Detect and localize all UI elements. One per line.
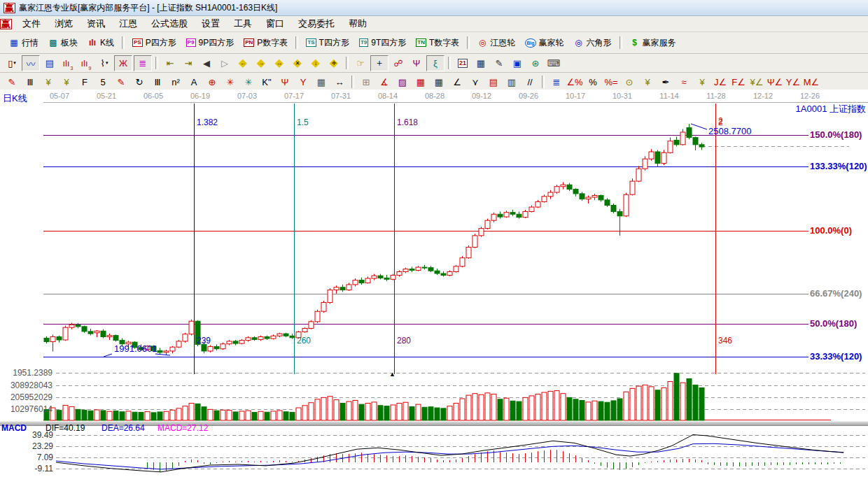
diamond-down-button[interactable]: ◆↓ bbox=[307, 56, 324, 71]
shen-angle-button[interactable]: Ψ∠ bbox=[766, 75, 783, 90]
crosshair-tool-button[interactable]: ＋ bbox=[370, 55, 388, 71]
bars-9-button[interactable]: ılı9 bbox=[78, 56, 94, 71]
si-angle-button[interactable]: M∠ bbox=[803, 75, 820, 90]
chart-area[interactable]: 日K线 1A0001 上证指数 05-0705-2106-0506-1907-0… bbox=[0, 90, 868, 477]
pencil-tool-button[interactable]: ✎ bbox=[4, 75, 20, 90]
grid-dark-2-button[interactable]: ▥ bbox=[503, 75, 520, 90]
menu-item-工具[interactable]: 工具 bbox=[227, 18, 259, 29]
menu-item-文件[interactable]: 文件 bbox=[15, 18, 48, 29]
skip-start-button-button[interactable]: ⇤ bbox=[162, 56, 178, 71]
diamond-hscale-button[interactable]: ◆↔ bbox=[271, 56, 288, 71]
toolbar-item-kline[interactable]: ılıK线 bbox=[83, 34, 119, 51]
percent-tool-button[interactable]: % bbox=[584, 75, 601, 90]
n2-tool-button[interactable]: n² bbox=[167, 75, 184, 90]
toolbar-item-hexagon[interactable]: ◎六角形 bbox=[569, 34, 617, 51]
k-quote-button[interactable]: K" bbox=[258, 75, 275, 90]
pattern-tool-button[interactable]: Ж bbox=[114, 55, 132, 71]
bars-3-button[interactable]: ılı3 bbox=[59, 56, 76, 71]
parallel-lines-button[interactable]: // bbox=[522, 75, 538, 90]
web-teal-button[interactable]: ✳ bbox=[240, 75, 257, 90]
kline-style-dropdown-button[interactable]: ▯▾ bbox=[4, 56, 20, 71]
menu-item-资讯[interactable]: 资讯 bbox=[80, 18, 112, 29]
toolbar-item-sectors[interactable]: ▩板块 bbox=[43, 34, 83, 51]
span-arrows-button[interactable]: ↔ bbox=[331, 75, 348, 90]
gold-line-button[interactable]: ¥ bbox=[639, 75, 656, 90]
menu-item-帮助[interactable]: 帮助 bbox=[342, 18, 374, 29]
zigzag-tool-button[interactable]: 〰 bbox=[22, 55, 40, 71]
fan-purple-icon: ▨ bbox=[398, 77, 407, 87]
workstation-button-button[interactable]: ⌨ bbox=[545, 56, 562, 71]
list-view-button[interactable]: ▤ bbox=[41, 56, 58, 71]
annotation-tool-button[interactable]: Ψ bbox=[408, 56, 425, 71]
toolbar-item-p9-square[interactable]: P99P四方形 bbox=[181, 34, 239, 51]
toolbar-item-t-number-table[interactable]: TNT数字表 bbox=[411, 34, 464, 51]
angle-percent-button[interactable]: ∠% bbox=[566, 75, 583, 90]
menu-item-浏览[interactable]: 浏览 bbox=[48, 18, 80, 29]
time-circle-button[interactable]: ↻ bbox=[131, 75, 148, 90]
diamond-right-button[interactable]: ◆→ bbox=[253, 56, 270, 71]
grid-dark-button[interactable]: ▦ bbox=[430, 75, 447, 90]
gann-gold-1-button[interactable]: ¥ bbox=[40, 75, 57, 90]
prev-button-button[interactable]: ◀ bbox=[198, 56, 215, 71]
toolbar-item-winner-service[interactable]: $赢家服务 bbox=[625, 34, 681, 51]
diamond-close-button[interactable]: ◆✕ bbox=[289, 56, 306, 71]
grid-corner-button[interactable]: ⊞ bbox=[358, 75, 374, 90]
fan-red-button[interactable]: ∡ bbox=[376, 75, 393, 90]
skip-end-button-button[interactable]: ⇥ bbox=[180, 56, 197, 71]
notes-button-button[interactable]: ✎ bbox=[491, 56, 507, 71]
ink-pen-button[interactable]: ✒ bbox=[657, 75, 674, 90]
grid-red-button[interactable]: ▦ bbox=[412, 75, 429, 90]
gann-gold-2-button[interactable]: ¥ bbox=[58, 75, 75, 90]
f-angle-button[interactable]: F∠ bbox=[730, 75, 747, 90]
formula-tool-button[interactable]: ξ bbox=[426, 55, 444, 71]
calendar-button-button[interactable]: 21 bbox=[454, 56, 471, 71]
gold-angle-button[interactable]: ¥∠ bbox=[748, 75, 765, 90]
fan-purple-button[interactable]: ▨ bbox=[394, 75, 411, 90]
position-marker-triangle[interactable]: ▲ bbox=[389, 371, 396, 378]
diamond-vscale-button[interactable]: ◆✛ bbox=[326, 56, 342, 71]
gold-circle-button[interactable]: ⊙ bbox=[621, 75, 638, 90]
target-tool-button[interactable]: ⊕ bbox=[204, 75, 220, 90]
diamond-left-button[interactable]: ◆← bbox=[234, 56, 251, 71]
menu-item-窗口[interactable]: 窗口 bbox=[259, 18, 291, 29]
vee-tool-button[interactable]: ⋎ bbox=[467, 75, 484, 90]
grid-red-2-button[interactable]: ▤ bbox=[485, 75, 502, 90]
zoom-tool-button[interactable]: ☍ bbox=[390, 56, 407, 71]
menu-item-设置[interactable]: 设置 bbox=[195, 18, 227, 29]
calculator-button-button[interactable]: ▦ bbox=[472, 56, 489, 71]
mirror-a-button[interactable]: A bbox=[186, 75, 202, 90]
web-button-button[interactable]: ⊛ bbox=[527, 56, 544, 71]
menu-item-公式选股[interactable]: 公式选股 bbox=[144, 18, 195, 29]
web-red-button[interactable]: ✳ bbox=[222, 75, 239, 90]
ying-angle-button[interactable]: Y∠ bbox=[785, 75, 802, 90]
angle-tool-button[interactable]: ∠ bbox=[449, 75, 465, 90]
j-angle-button[interactable]: J∠ bbox=[712, 75, 729, 90]
gann-f-button[interactable]: F bbox=[76, 75, 93, 90]
next-button-button[interactable]: ▷ bbox=[216, 56, 233, 71]
percent-lines-button[interactable]: %= bbox=[603, 75, 620, 90]
candle-style-dropdown-button[interactable]: ⌇▾ bbox=[96, 56, 113, 71]
gold-underline-button[interactable]: ¥ bbox=[694, 75, 710, 90]
chart-canvas[interactable] bbox=[0, 90, 868, 477]
volume-profile-button[interactable]: ≣ bbox=[134, 55, 152, 71]
toolbar-item-t9-square[interactable]: T99T四方形 bbox=[354, 34, 411, 51]
toolbar-item-market-quotes[interactable]: ▦行情 bbox=[4, 34, 43, 51]
toolbar-item-t-square[interactable]: TST四方形 bbox=[301, 34, 354, 51]
ying-hatch-button[interactable]: Y bbox=[295, 75, 312, 90]
hatch-tool-button[interactable]: Ⅲ bbox=[22, 75, 38, 90]
spiral-5-button[interactable]: 5 bbox=[94, 75, 111, 90]
hatch-2-button[interactable]: Ⅲ bbox=[149, 75, 166, 90]
pan-hand-tool-button[interactable]: ☞ bbox=[352, 56, 369, 71]
pencil-2-button[interactable]: ✎ bbox=[113, 75, 130, 90]
trigram-tool-button[interactable]: ≣ bbox=[548, 75, 565, 90]
toolbar-item-winner-wheel[interactable]: Big赢家轮 bbox=[520, 34, 568, 51]
toolbar-item-gann-wheel[interactable]: ◎江恩轮 bbox=[472, 34, 520, 51]
wave-red-button[interactable]: ≈ bbox=[676, 75, 692, 90]
shen-hatch-button[interactable]: Ψ bbox=[276, 75, 293, 90]
save-button-button[interactable]: ▣ bbox=[509, 56, 526, 71]
toolbar-item-p-square[interactable]: PSP四方形 bbox=[127, 34, 181, 51]
menu-item-交易委托[interactable]: 交易委托 bbox=[291, 18, 342, 29]
toolbar-item-p-number-table[interactable]: PNP数字表 bbox=[239, 34, 293, 51]
grid-123-button[interactable]: ▦ bbox=[313, 75, 330, 90]
menu-item-江恩[interactable]: 江恩 bbox=[112, 18, 144, 29]
